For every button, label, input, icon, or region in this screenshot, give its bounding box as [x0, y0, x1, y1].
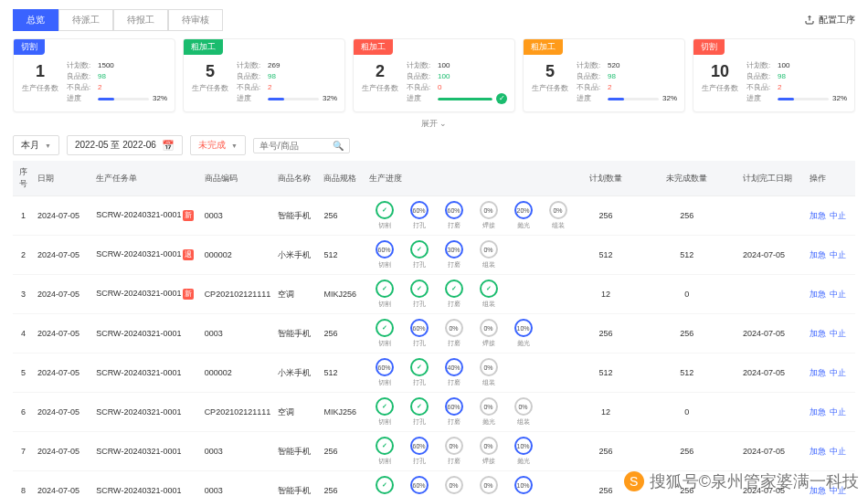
stop-link[interactable]: 中止 — [830, 447, 846, 456]
config-process-button[interactable]: 配置工序 — [804, 14, 855, 26]
progress-step: 10%抛光 — [508, 319, 539, 348]
summary-card[interactable]: 粗加工 5生产任务数 计划数:520 良品数:98 不良品:2 进度32% — [523, 38, 685, 112]
progress-step: 30%打磨 — [439, 240, 470, 269]
col-header: 商品规格 — [320, 161, 365, 196]
table-row[interactable]: 7 2024-07-05 SCRW-20240321-0001 0003 智能手… — [13, 432, 855, 471]
tab-3[interactable]: 待审核 — [168, 9, 223, 31]
check-icon: ✓ — [496, 93, 507, 104]
summary-cards: 切割 1生产任务数 计划数:1500 良品数:98 不良品:2 进度32% 粗加… — [13, 38, 855, 112]
col-header: 商品编码 — [201, 161, 275, 196]
col-header: 生产任务单 — [92, 161, 200, 196]
stop-link[interactable]: 中止 — [830, 211, 846, 220]
task-count: 2 — [361, 62, 399, 81]
tab-1[interactable]: 待派工 — [58, 9, 113, 31]
col-header: 操作 — [806, 161, 855, 196]
progress-step: 0%焊接 — [473, 437, 504, 466]
summary-card[interactable]: 切割 10生产任务数 计划数:100 良品数:98 不良品:2 进度32% — [693, 38, 855, 112]
progress-step: 10%抛光 — [508, 437, 539, 466]
progress-step: ✓打孔 — [404, 240, 435, 269]
table-row[interactable]: 6 2024-07-05 SCRW-20240321-0001 CP202102… — [13, 393, 855, 432]
table-row[interactable]: 3 2024-07-05 SCRW-20240321-0001新 CP20210… — [13, 275, 855, 314]
progress-step: 0%焊接 — [473, 319, 504, 348]
progress-step: ✓切割 — [369, 476, 400, 496]
urgent-link[interactable]: 加急 — [810, 329, 826, 338]
progress-step: 0%打磨 — [439, 319, 470, 348]
col-header: 生产进度 — [365, 161, 577, 196]
progress-step: 60%打磨 — [439, 397, 470, 427]
expand-toggle[interactable]: 展开 ⌄ — [13, 118, 855, 130]
progress-step: 20%抛光 — [508, 201, 539, 230]
progress-step: ✓打孔 — [404, 280, 435, 309]
progress-step: 0%打磨 — [439, 476, 470, 496]
col-header: 计划完工日期 — [739, 161, 806, 196]
card-badge: 切割 — [693, 39, 725, 55]
urgent-link[interactable]: 加急 — [810, 407, 826, 417]
progress-step: 60%切割 — [369, 358, 400, 387]
progress-step: 0%焊接 — [473, 476, 504, 496]
task-count: 10 — [701, 62, 739, 81]
calendar-icon: 📅 — [162, 140, 175, 152]
urgent-link[interactable]: 加急 — [810, 250, 826, 259]
watermark: S搜狐号©泉州管家婆满一科技 — [624, 470, 859, 492]
card-badge: 切割 — [14, 39, 45, 55]
col-header: 商品名称 — [274, 161, 320, 196]
stop-link[interactable]: 中止 — [830, 368, 846, 377]
card-badge: 粗加工 — [524, 39, 563, 55]
config-label: 配置工序 — [819, 14, 855, 26]
date-range-select[interactable]: 2022-05 至 2022-06📅 — [67, 135, 183, 155]
task-table: 序号日期生产任务单商品编码商品名称商品规格生产进度计划数量未完成数量计划完工日期… — [13, 161, 855, 496]
stop-link[interactable]: 中止 — [830, 407, 846, 417]
urgent-link[interactable]: 加急 — [810, 211, 826, 220]
col-header: 日期 — [34, 161, 92, 196]
progress-step: 60%打孔 — [404, 201, 435, 230]
table-header-row: 序号日期生产任务单商品编码商品名称商品规格生产进度计划数量未完成数量计划完工日期… — [13, 161, 855, 196]
main-tabs: 总览待派工待报工待审核 — [13, 9, 223, 31]
summary-card[interactable]: 粗加工 2生产任务数 计划数:100 良品数:100 不良品:0 进度✓ — [353, 38, 515, 112]
summary-card[interactable]: 切割 1生产任务数 计划数:1500 良品数:98 不良品:2 进度32% — [13, 38, 175, 112]
progress-step: 0%组装 — [508, 397, 539, 427]
table-row[interactable]: 5 2024-07-05 SCRW-20240321-0001 000002 小… — [13, 354, 855, 393]
progress-step: 60%打孔 — [404, 476, 435, 496]
progress-step: 0%组装 — [473, 358, 504, 387]
col-header: 计划数量 — [577, 161, 635, 196]
progress-step: ✓打孔 — [404, 397, 435, 427]
progress-step: ✓切割 — [369, 437, 400, 466]
task-count: 5 — [191, 62, 229, 81]
task-count: 1 — [21, 62, 59, 81]
progress-step: 40%打磨 — [439, 358, 470, 387]
table-row[interactable]: 2 2024-07-05 SCRW-20240321-0001退 000002 … — [13, 236, 855, 275]
card-badge: 粗加工 — [184, 39, 223, 55]
task-count: 5 — [531, 62, 569, 81]
stop-link[interactable]: 中止 — [830, 250, 846, 259]
progress-step: 0%焊接 — [473, 201, 504, 230]
urgent-link[interactable]: 加急 — [810, 290, 826, 299]
progress-step: 10%抛光 — [508, 476, 539, 496]
summary-card[interactable]: 粗加工 5生产任务数 计划数:269 良品数:98 不良品:2 进度32% — [183, 38, 345, 112]
progress-step: 60%切割 — [369, 240, 400, 269]
progress-step: ✓打孔 — [404, 358, 435, 387]
tab-0[interactable]: 总览 — [13, 9, 58, 31]
stop-link[interactable]: 中止 — [830, 290, 846, 299]
search-input[interactable] — [259, 141, 333, 151]
table-row[interactable]: 4 2024-07-05 SCRW-20240321-0001 0003 智能手… — [13, 314, 855, 354]
progress-step: 0%组装 — [543, 201, 574, 230]
stop-link[interactable]: 中止 — [830, 329, 846, 338]
flag-badge: 新 — [183, 289, 194, 300]
search-icon: 🔍 — [333, 141, 344, 151]
urgent-link[interactable]: 加急 — [810, 368, 826, 377]
col-header: 未完成数量 — [635, 161, 739, 196]
progress-step: 0%抛光 — [473, 397, 504, 427]
progress-step: 0%组装 — [473, 240, 504, 269]
status-select[interactable]: 未完成▼ — [190, 135, 246, 155]
urgent-link[interactable]: 加急 — [810, 447, 826, 456]
progress-step: 0%打磨 — [439, 437, 470, 466]
progress-step: ✓切割 — [369, 397, 400, 427]
month-select[interactable]: 本月▼ — [13, 135, 59, 155]
flag-badge: 退 — [183, 249, 194, 260]
search-box[interactable]: 🔍 — [253, 138, 350, 153]
flag-badge: 新 — [183, 210, 194, 221]
table-row[interactable]: 1 2024-07-05 SCRW-20240321-0001新 0003 智能… — [13, 196, 855, 236]
tab-2[interactable]: 待报工 — [113, 9, 168, 31]
card-badge: 粗加工 — [354, 39, 393, 55]
progress-step: ✓组装 — [473, 280, 504, 309]
